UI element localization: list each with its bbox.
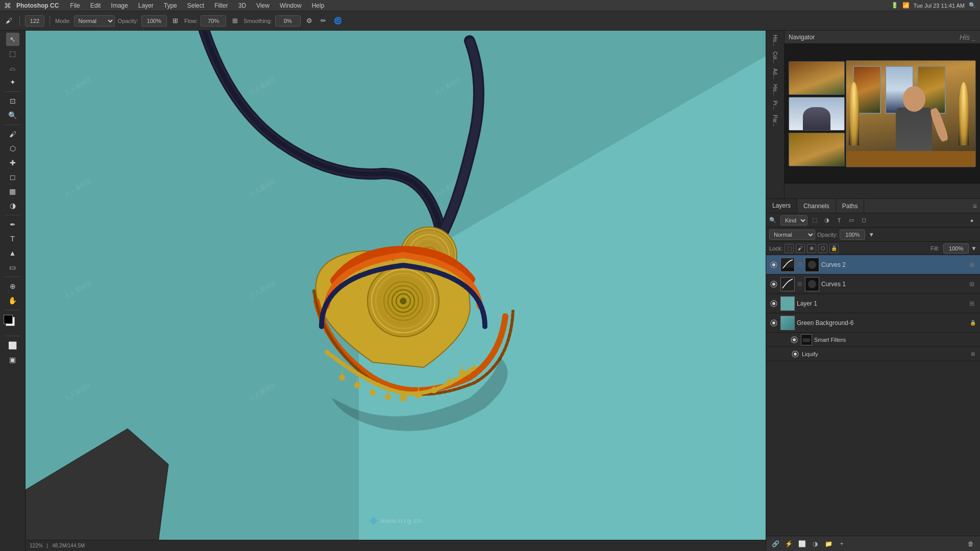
adjustments-panel-icon[interactable]: Ad... (769, 66, 781, 81)
hand-tool[interactable]: ✋ (6, 294, 19, 307)
liquify-options[interactable]: ⊞ (969, 350, 977, 358)
menu-select[interactable]: Select (183, 2, 208, 9)
thumbnail-person[interactable] (789, 97, 845, 131)
blend-mode-select[interactable]: Normal Multiply Screen Overlay (769, 230, 815, 240)
layer-visibility-green-bg[interactable] (769, 318, 778, 328)
new-layer-icon[interactable]: + (837, 539, 847, 549)
layer-options-curves1[interactable]: ⊞ (967, 279, 977, 289)
layers-panel-menu[interactable]: ≡ (973, 202, 977, 210)
layer-lock-icon-green-bg[interactable]: 🔒 (969, 319, 977, 327)
lock-image-btn[interactable]: 🖌 (796, 244, 805, 253)
layer-options-curves2[interactable]: ⊞ (967, 260, 977, 270)
filter-smart-icon[interactable]: ◻ (859, 215, 869, 226)
brush-tool[interactable]: 🖌 (6, 128, 19, 141)
layer-row-liquify[interactable]: Liquify ⊞ (766, 347, 980, 361)
adjustment-layer-icon[interactable]: ◑ (810, 539, 820, 549)
thumbnail-forest[interactable] (789, 61, 845, 95)
opacity-input[interactable]: 100% (141, 15, 167, 27)
link-layers-icon[interactable]: 🔗 (770, 539, 780, 549)
color-swatches[interactable] (4, 315, 22, 331)
menu-edit[interactable]: Edit (86, 2, 105, 9)
color-panel-icon[interactable]: Col... (769, 49, 781, 65)
menu-layer[interactable]: Layer (134, 2, 158, 9)
layer-chain-curves2[interactable]: ⛓ (797, 258, 803, 272)
filter-adjustment-icon[interactable]: ◑ (822, 215, 832, 226)
eyedropper-tool[interactable]: 🔍 (6, 109, 19, 122)
lock-transparent-btn[interactable]: ⬚ (785, 244, 794, 253)
filter-text-icon[interactable]: T (834, 215, 844, 226)
filter-pixel-icon[interactable]: ⬚ (810, 215, 820, 226)
fill-input[interactable]: 100% (943, 243, 969, 254)
opacity-blend-input[interactable]: 100% (840, 230, 865, 240)
lasso-tool[interactable]: ⌓ (6, 61, 19, 74)
screen-mode-icon[interactable]: ▣ (6, 353, 19, 366)
brush-size-input[interactable]: 122 (25, 15, 44, 27)
mask-mode-icon[interactable]: ⬜ (6, 339, 19, 352)
crop-tool[interactable]: ⊡ (6, 94, 19, 108)
menu-filter[interactable]: Filter (210, 2, 232, 9)
menu-file[interactable]: File (66, 2, 84, 9)
tab-paths[interactable]: Paths (836, 199, 865, 213)
healing-tool[interactable]: ✚ (6, 156, 19, 169)
smoothing-input[interactable]: 0% (275, 15, 301, 27)
layer-filter-toggle[interactable]: ● (967, 215, 977, 226)
layer-row-smart-filters[interactable]: Smart Filters (766, 333, 980, 347)
layer-mask-icon[interactable]: ⬜ (797, 539, 807, 549)
smoothing-options-icon[interactable]: ⚙ (304, 15, 315, 27)
group-layers-icon[interactable]: 📁 (823, 539, 834, 549)
tab-layers[interactable]: Layers (766, 199, 797, 213)
lock-artboard-btn[interactable]: ⬡ (818, 244, 827, 253)
selection-tool[interactable]: ⬚ (6, 47, 19, 60)
filter-shape-icon[interactable]: ▭ (846, 215, 856, 226)
text-tool[interactable]: T (6, 232, 19, 245)
eraser-tool[interactable]: ◻ (6, 170, 19, 184)
layer-options-layer1[interactable]: ⊞ (967, 298, 977, 309)
history-panel-icon[interactable]: His... (769, 33, 781, 48)
stamp-tool[interactable]: ⬡ (6, 142, 19, 155)
shape-tool[interactable]: ▭ (6, 261, 19, 274)
quick-select-tool[interactable]: ✦ (6, 76, 19, 89)
path-selection-tool[interactable]: ▲ (6, 246, 19, 260)
pressure-flow-icon[interactable]: ⊞ (229, 15, 240, 27)
layer-row-layer1[interactable]: Layer 1 ⊞ (766, 294, 980, 313)
pressure-opacity-icon[interactable]: ⊞ (170, 15, 181, 27)
layer-chain-curves1[interactable]: ⛓ (797, 277, 803, 291)
layer-row-green-bg[interactable]: Green Background-6 🔒 (766, 313, 980, 333)
airbrush-icon[interactable]: 🌀 (332, 15, 344, 27)
move-tool[interactable]: ↖ (6, 33, 19, 46)
flow-input[interactable]: 70% (201, 15, 226, 27)
menu-window[interactable]: Window (276, 2, 306, 9)
menu-3d[interactable]: 3D (234, 2, 250, 9)
search-icon[interactable]: 🔍 (969, 2, 976, 9)
pen-tool[interactable]: ✒ (6, 218, 19, 231)
layer-visibility-curves2[interactable] (769, 260, 778, 269)
fill-arrow-icon[interactable]: ▼ (971, 245, 977, 252)
gradient-tool[interactable]: ▦ (6, 185, 19, 198)
layer-visibility-liquify[interactable] (791, 349, 800, 359)
dodge-tool[interactable]: ◑ (6, 199, 19, 212)
histogram-panel-icon[interactable]: His... (769, 82, 781, 98)
menu-help[interactable]: Help (308, 2, 329, 9)
layer-visibility-layer1[interactable] (769, 299, 778, 308)
stylus-icon[interactable]: ✏ (318, 15, 329, 27)
layer-visibility-smart-filters[interactable] (790, 335, 799, 344)
layer-filter-select[interactable]: Kind (780, 215, 807, 226)
layer-row-curves2[interactable]: ⛓ Curves 2 ⊞ (766, 255, 980, 274)
delete-layer-icon[interactable]: 🗑 (966, 539, 976, 549)
menu-view[interactable]: View (252, 2, 274, 9)
menu-type[interactable]: Type (160, 2, 181, 9)
thumbnail-poster[interactable] (789, 133, 845, 166)
lock-position-btn[interactable]: ⊕ (807, 244, 816, 253)
layer-style-icon[interactable]: ⚡ (783, 539, 794, 549)
properties-panel-icon[interactable]: Pr... (769, 98, 781, 112)
layer-row-curves1[interactable]: ⛓ Curves 1 ⊞ (766, 274, 980, 294)
lock-all-btn[interactable]: 🔒 (829, 244, 839, 253)
foreground-color-swatch[interactable] (4, 315, 13, 324)
tab-channels[interactable]: Channels (797, 199, 836, 213)
paragraph-panel-icon[interactable]: Par... (769, 113, 781, 129)
brush-tool-icon[interactable]: 🖌 (3, 15, 14, 27)
brush-mode-select[interactable]: Normal Multiply Screen (74, 15, 115, 27)
opacity-arrow-icon[interactable]: ▼ (868, 231, 874, 238)
zoom-tool[interactable]: ⊕ (6, 280, 19, 293)
layer-visibility-curves1[interactable] (769, 280, 778, 289)
